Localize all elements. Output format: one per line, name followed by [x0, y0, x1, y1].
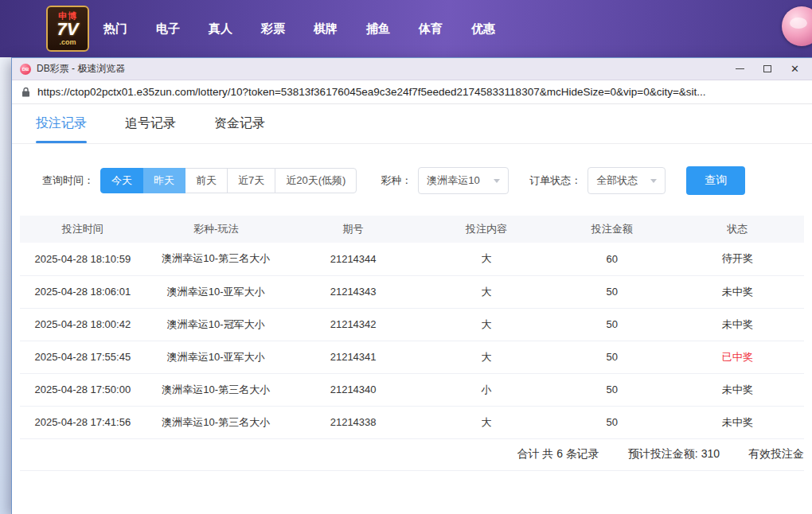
cell-issue-no: 21214340	[287, 373, 420, 406]
table-row: 2025-04-28 18:00:42 澳洲幸运10-冠军大小 21214342…	[20, 308, 804, 341]
order-status-label: 订单状态：	[529, 173, 581, 188]
order-status-value: 全部状态	[596, 173, 638, 188]
cell-bet-time: 2025-04-28 17:50:00	[20, 373, 146, 406]
cell-bet-amount: 60	[553, 243, 671, 275]
cell-status: 未中奖	[671, 308, 804, 341]
nav-item-cards[interactable]: 棋牌	[314, 21, 338, 37]
cell-bet-time: 2025-04-28 18:06:01	[20, 275, 146, 308]
address-bar[interactable]: https://ctop02pctx01.e35zun.com/lottery/…	[12, 80, 812, 104]
page-content: 投注记录 追号记录 资金记录 查询时间： 今天 昨天 前天 近7天 近20天(低…	[12, 104, 812, 514]
cell-bet-amount: 50	[553, 308, 671, 341]
cell-bet-time: 2025-04-28 18:00:42	[20, 308, 146, 341]
time-filter-today[interactable]: 今天	[100, 168, 143, 193]
tab-chase-records[interactable]: 追号记录	[125, 104, 176, 143]
nav-item-slots[interactable]: 电子	[156, 21, 180, 37]
cell-bet-amount: 50	[553, 341, 671, 373]
col-header-issue: 期号	[287, 216, 420, 243]
time-filter-20days[interactable]: 近20天(低频)	[275, 168, 357, 193]
cell-bet-content: 大	[420, 275, 552, 308]
col-header-time: 投注时间	[20, 216, 146, 243]
cell-issue-no: 21214338	[287, 406, 420, 438]
time-filter-label: 查询时间：	[42, 173, 94, 188]
table-header-row: 投注时间 彩种-玩法 期号 投注内容 投注金额 状态	[20, 216, 804, 243]
nav-item-live[interactable]: 真人	[209, 21, 232, 37]
cell-game-play: 澳洲幸运10-冠军大小	[146, 308, 287, 341]
table-row: 2025-04-28 17:55:45 澳洲幸运10-亚军大小 21214341…	[20, 341, 804, 373]
maximize-icon	[763, 65, 771, 72]
bet-records-table: 投注时间 彩种-玩法 期号 投注内容 投注金额 状态 2025-04-28 18…	[20, 216, 804, 439]
cell-bet-amount: 50	[553, 406, 671, 438]
close-icon: ✕	[791, 64, 799, 74]
nav-item-promo[interactable]: 优惠	[471, 21, 495, 37]
cell-bet-content: 大	[420, 308, 552, 341]
user-avatar[interactable]	[782, 6, 812, 46]
summary-bar: 合计 共 6 条记录 预计投注金额: 310 有效投注金	[20, 439, 804, 471]
nav-item-fishing[interactable]: 捕鱼	[366, 21, 390, 37]
cell-bet-content: 大	[420, 406, 552, 438]
nav-item-sports[interactable]: 体育	[419, 21, 443, 37]
time-filter-group: 今天 昨天 前天 近7天 近20天(低频)	[100, 168, 357, 193]
lottery-select-label: 彩种：	[381, 173, 412, 188]
cell-bet-time: 2025-04-28 17:41:56	[20, 406, 146, 438]
cell-game-play: 澳洲幸运10-亚军大小	[146, 341, 287, 373]
lock-icon	[21, 87, 30, 97]
col-header-status: 状态	[671, 216, 804, 243]
brand-logo[interactable]: 申博 7V .com	[46, 6, 89, 52]
cell-issue-no: 21214343	[287, 275, 420, 308]
main-nav: 热门 电子 真人 彩票 棋牌 捕鱼 体育 优惠	[103, 0, 495, 57]
summary-expected: 预计投注金额: 310	[628, 447, 720, 461]
record-tabs: 投注记录 追号记录 资金记录	[12, 104, 812, 144]
window-controls: ✕	[736, 62, 804, 76]
chevron-down-icon	[650, 179, 657, 183]
col-header-content: 投注内容	[420, 216, 552, 243]
brand-logo-text-7v: 7V	[57, 21, 79, 38]
browser-window: DB DB彩票 - 极速浏览器 ✕ https://ctop02pctx01.e…	[11, 57, 812, 514]
table-row: 2025-04-28 17:50:00 澳洲幸运10-第三名大小 2121434…	[20, 373, 804, 406]
table-row: 2025-04-28 17:41:56 澳洲幸运10-第三名大小 2121433…	[20, 406, 804, 438]
time-filter-yesterday[interactable]: 昨天	[142, 168, 185, 193]
nav-item-lottery[interactable]: 彩票	[261, 21, 285, 37]
tab-bet-records[interactable]: 投注记录	[36, 104, 87, 143]
time-filter-2days-ago[interactable]: 前天	[185, 168, 228, 193]
cell-issue-no: 21214341	[287, 341, 420, 373]
cell-bet-amount: 50	[553, 275, 671, 308]
summary-valid: 有效投注金	[748, 447, 804, 461]
cell-game-play: 澳洲幸运10-亚军大小	[146, 275, 287, 308]
col-header-amount: 投注金额	[553, 216, 671, 243]
cell-game-play: 澳洲幸运10-第三名大小	[146, 406, 287, 438]
filter-bar: 查询时间： 今天 昨天 前天 近7天 近20天(低频) 彩种： 澳洲幸运10 订…	[12, 144, 812, 216]
close-button[interactable]: ✕	[791, 62, 799, 76]
cell-status: 未中奖	[671, 406, 804, 438]
cell-bet-amount: 50	[553, 373, 671, 406]
lottery-select[interactable]: 澳洲幸运10	[418, 167, 509, 194]
table-row: 2025-04-28 18:10:59 澳洲幸运10-第三名大小 2121434…	[20, 243, 804, 275]
cell-game-play: 澳洲幸运10-第三名大小	[146, 373, 287, 406]
cell-bet-time: 2025-04-28 18:10:59	[20, 243, 146, 275]
brand-logo-text-com: .com	[59, 38, 76, 46]
summary-total: 合计 共 6 条记录	[517, 447, 599, 461]
cell-status: 未中奖	[671, 373, 804, 406]
minimize-button[interactable]	[736, 62, 744, 76]
cell-status: 待开奖	[671, 243, 804, 275]
cell-issue-no: 21214344	[287, 243, 420, 275]
minimize-icon	[736, 68, 744, 69]
cell-bet-content: 小	[420, 373, 552, 406]
col-header-game: 彩种-玩法	[146, 216, 287, 243]
order-status-select[interactable]: 全部状态	[588, 167, 666, 194]
time-filter-7days[interactable]: 近7天	[227, 168, 275, 193]
records-body: 2025-04-28 18:10:59 澳洲幸运10-第三名大小 2121434…	[20, 243, 804, 438]
cell-issue-no: 21214342	[287, 308, 420, 341]
nav-item-hot[interactable]: 热门	[103, 21, 127, 37]
tab-fund-records[interactable]: 资金记录	[214, 104, 265, 143]
cell-game-play: 澳洲幸运10-第三名大小	[146, 243, 287, 275]
cell-bet-content: 大	[420, 341, 552, 373]
cell-status: 已中奖	[671, 341, 804, 373]
table-row: 2025-04-28 18:06:01 澳洲幸运10-亚军大小 21214343…	[20, 275, 804, 308]
cell-status: 未中奖	[671, 275, 804, 308]
maximize-button[interactable]	[763, 62, 771, 76]
search-button[interactable]: 查询	[686, 166, 745, 195]
site-header: 申博 7V .com 热门 电子 真人 彩票 棋牌 捕鱼 体育 优惠	[0, 0, 812, 57]
window-favicon: DB	[20, 64, 31, 75]
url-text: https://ctop02pctx01.e35zun.com/lottery/…	[37, 86, 706, 98]
cell-bet-content: 大	[420, 243, 552, 275]
